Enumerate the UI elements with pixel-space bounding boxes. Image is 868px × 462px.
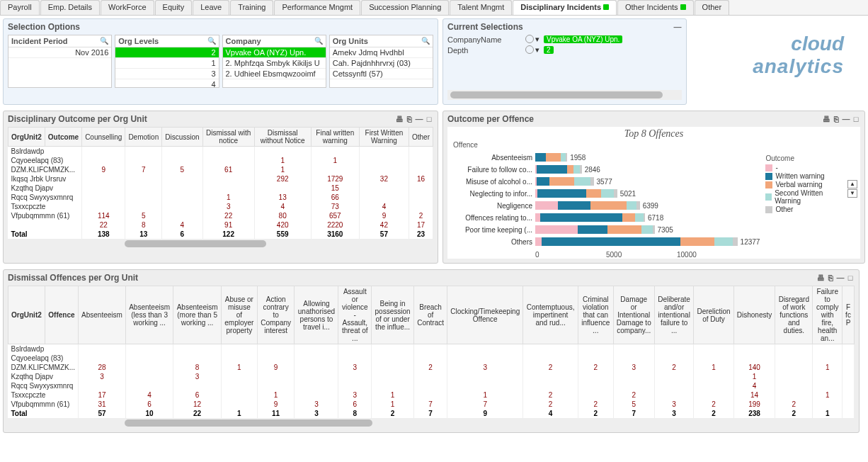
maximize-icon[interactable]: □	[852, 115, 860, 123]
dropdown-icon[interactable]: ▾	[535, 35, 539, 44]
minimize-icon[interactable]: —	[673, 23, 682, 31]
table-row[interactable]: Tsxxcpczte	[8, 202, 82, 211]
table-row[interactable]: Vfpubqmmmn (61)	[8, 400, 79, 409]
tab-emp-details[interactable]: Emp. Details	[40, 0, 100, 15]
chart-segment[interactable]	[714, 237, 732, 246]
chart-segment[interactable]	[535, 213, 540, 222]
chart-segment[interactable]	[580, 165, 581, 174]
tab-disciplinary-incidents[interactable]: Disciplinary Incidents	[513, 0, 617, 15]
listbox-org-units[interactable]: Org Units🔍Amekv Jdmq HvdhblCah. Pajdnhhr…	[329, 35, 433, 88]
list-item[interactable]: 2. Udhieel Ebsmqwzooimf	[223, 69, 326, 79]
table-row[interactable]	[8, 220, 82, 230]
chart-segment[interactable]	[614, 189, 617, 198]
dropdown-icon[interactable]: ▾	[535, 45, 539, 55]
listbox-incident-period[interactable]: Incident Period🔍Nov 2016	[8, 35, 112, 88]
chart-segment[interactable]	[561, 153, 566, 162]
table-row[interactable]: Kzqthq Djapv	[8, 372, 79, 381]
tab-performance-mngmt[interactable]: Performance Mngmt	[274, 0, 360, 15]
list-item[interactable]: Vpvake OA (NYZ) Upn.	[223, 47, 326, 58]
chart-segment[interactable]	[601, 189, 614, 198]
chart-segment[interactable]	[567, 165, 573, 174]
chart-segment[interactable]	[636, 201, 640, 210]
tab-other-incidents[interactable]: Other Incidents	[617, 0, 694, 15]
chart-segment[interactable]	[549, 177, 574, 186]
list-item[interactable]: Cah. Pajdnhhrvrxj (03)	[330, 58, 433, 69]
list-item[interactable]: 3	[115, 69, 218, 79]
clear-icon[interactable]	[525, 35, 534, 43]
export-icon[interactable]: ⎘	[405, 115, 413, 123]
print-icon[interactable]: 🖶	[822, 115, 830, 123]
tab-other[interactable]: Other	[695, 0, 730, 15]
table-row[interactable]: DZM.KLIFCMMZK...	[8, 165, 82, 174]
search-icon[interactable]: 🔍	[207, 37, 216, 45]
chart-segment[interactable]	[641, 225, 653, 234]
chart-segment[interactable]	[653, 225, 654, 234]
table-row[interactable]: Rqcq Swyxysxmnrq	[8, 193, 82, 202]
tab-training[interactable]: Training	[230, 0, 273, 15]
chart-segment[interactable]	[558, 201, 590, 210]
list-item[interactable]: Amekv Jdmq Hvdhbl	[330, 47, 433, 58]
table-row[interactable]: Cqyoeelapq (83)	[8, 354, 79, 363]
clear-icon[interactable]	[525, 45, 534, 54]
chart-segment[interactable]	[635, 213, 644, 222]
chart-segment[interactable]	[537, 189, 586, 198]
table-row[interactable]: Vfpubqmmmn (61)	[8, 211, 82, 220]
print-icon[interactable]: 🖶	[395, 115, 404, 123]
print-icon[interactable]: 🖶	[816, 274, 825, 282]
minimize-icon[interactable]: —	[842, 115, 850, 123]
chart-segment[interactable]	[542, 237, 680, 246]
table-row[interactable]: DZM.KLIFCMMZK...	[8, 363, 79, 372]
chart-segment[interactable]	[574, 177, 590, 186]
chart-segment[interactable]	[733, 237, 738, 246]
export-icon[interactable]: ⎘	[826, 274, 835, 282]
chart-segment[interactable]	[535, 153, 546, 162]
table-row[interactable]: Kzqthq Djapv	[8, 184, 82, 193]
listbox-company[interactable]: Company🔍Vpvake OA (NYZ) Upn.2. Mphfzqa S…	[222, 35, 326, 88]
list-item[interactable]: Nov 2016	[8, 47, 111, 58]
selection-value[interactable]: Vpvake OA (NYZ) Upn.	[544, 35, 622, 43]
chart-segment[interactable]	[590, 201, 627, 210]
tab-workforce[interactable]: WorkForce	[101, 0, 154, 15]
tab-leave[interactable]: Leave	[193, 0, 229, 15]
list-item[interactable]: 2	[115, 47, 218, 58]
chart-segment[interactable]	[546, 153, 561, 162]
tab-succession-planning[interactable]: Succession Planning	[361, 0, 449, 15]
search-icon[interactable]: 🔍	[314, 37, 323, 45]
table-row[interactable]: Tsxxcpczte	[8, 390, 79, 400]
tab-equity[interactable]: Equity	[155, 0, 193, 15]
chart-segment[interactable]	[535, 225, 578, 234]
table2[interactable]: OrgUnit2OffenceAbsenteeismAbsenteeism (l…	[8, 286, 855, 418]
list-item[interactable]: 1	[115, 58, 218, 69]
chart-segment[interactable]	[573, 165, 580, 174]
scroll-up-icon[interactable]: ▲	[847, 180, 857, 188]
table-row[interactable]: Ikqsq Jrbk Ursruv	[8, 174, 82, 184]
chart-segment[interactable]	[590, 177, 594, 186]
chart-segment[interactable]	[578, 225, 607, 234]
table-row[interactable]: Cqyoeelapq (83)	[8, 156, 82, 165]
chart-segment[interactable]	[644, 213, 645, 222]
list-item[interactable]: 4	[115, 79, 218, 87]
table1[interactable]: OrgUnit2OutcomeCounsellingDemotionDiscus…	[8, 127, 433, 239]
table-row[interactable]: Rqcq Swyxysxmnrq	[8, 381, 79, 390]
chart-segment[interactable]	[586, 189, 601, 198]
search-icon[interactable]: 🔍	[421, 37, 430, 45]
chart-segment[interactable]	[607, 225, 641, 234]
scroll-down-icon[interactable]: ▼	[847, 189, 857, 198]
chart-segment[interactable]	[537, 165, 567, 174]
tab-talent-mngmt[interactable]: Talent Mngmt	[450, 0, 512, 15]
table-row[interactable]: Bslrdawdp	[8, 147, 82, 157]
maximize-icon[interactable]: □	[846, 274, 855, 282]
list-item[interactable]: Cetssynftl (57)	[330, 69, 433, 79]
maximize-icon[interactable]: □	[425, 115, 433, 123]
export-icon[interactable]: ⎘	[832, 115, 840, 123]
tab-payroll[interactable]: Payroll	[0, 0, 40, 15]
minimize-icon[interactable]: —	[836, 274, 845, 282]
search-icon[interactable]: 🔍	[100, 37, 108, 45]
list-item[interactable]: 2. Mphfzqa Smbyk Kikiljs U	[223, 58, 326, 69]
chart-segment[interactable]	[566, 153, 567, 162]
minimize-icon[interactable]: —	[415, 115, 423, 123]
chart-segment[interactable]	[622, 213, 635, 222]
chart-segment[interactable]	[627, 201, 636, 210]
chart-segment[interactable]	[537, 177, 549, 186]
chart-segment[interactable]	[535, 201, 558, 210]
